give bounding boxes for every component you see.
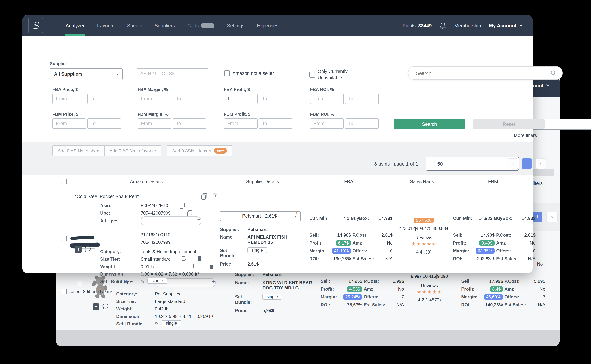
page-1-button[interactable]: 1 [522, 158, 532, 169]
copy-icon[interactable] [201, 193, 207, 200]
nav-item-analyzer[interactable]: Analyzer [66, 23, 85, 28]
row1-supplier-label: Supplier: [220, 227, 240, 232]
add-to-sheet-button[interactable]: Add 0 ASINs to sheet [53, 145, 106, 156]
fba-profit-to[interactable] [259, 94, 293, 104]
star-icon: ★ [422, 289, 426, 294]
row1-supplier-select[interactable]: Petsmart - 2.61$▾ [220, 211, 301, 221]
search-input[interactable] [415, 67, 548, 79]
row2-fbm-metrics: Sell:17,99$ P.Cost:5.99$ Profit:8,4$ Amz… [461, 279, 545, 307]
reset-button[interactable]: Reset [473, 119, 544, 129]
nav-item-favorite[interactable]: Favorite [97, 23, 114, 28]
nav-item-settings[interactable]: Settings [227, 23, 245, 28]
supplier-select[interactable]: All Suppliers▾ [50, 68, 123, 80]
row1-add-upc-button[interactable]: + [197, 216, 201, 223]
row1-checkbox[interactable] [61, 235, 67, 241]
bell-icon[interactable] [440, 22, 446, 29]
nav-item-carts[interactable]: Carts [187, 23, 215, 28]
nav-item-sheets[interactable]: Sheets [127, 23, 142, 28]
row1-fba-curmin: Cur. Min:No BuyBox:14,98$ [309, 216, 393, 221]
reviews-label: Reviews [392, 235, 456, 240]
star-icon: ★ [432, 289, 437, 294]
fba-price-from[interactable] [53, 94, 86, 104]
copy-icon[interactable] [194, 262, 198, 268]
desktop: My Account More filters 1 › No Alt Upc: … [0, 0, 591, 364]
fbm-price-to[interactable] [87, 118, 121, 129]
nav-item-expenses[interactable]: Expenses [257, 23, 278, 28]
edit-icon[interactable]: ✎ [155, 321, 159, 326]
row2-category-label: Category: [116, 291, 137, 297]
row1-size-tier-value: Small standard [141, 257, 171, 262]
rank-history: 8.997|10.416|9.290 [396, 274, 463, 279]
table-header: Amazon Details Supplier Details FBA Sale… [22, 175, 532, 189]
fbm-price-from[interactable] [53, 118, 86, 129]
fbm-roi-label: FBM ROI, % [310, 112, 335, 117]
search-icon[interactable] [551, 70, 557, 76]
select-all-checkbox[interactable] [61, 289, 67, 294]
amazon-not-seller-checkbox[interactable] [224, 70, 230, 76]
bulk-actions-toolbar: Add 0 ASINs to sheet Add 0 ASINs to favo… [22, 142, 532, 175]
col-fbm: FBM [484, 179, 503, 184]
fbm-profit-from[interactable] [224, 118, 258, 129]
fba-profit-from[interactable] [224, 94, 258, 104]
offers-link[interactable]: 0 [533, 248, 536, 254]
fbm-margin-from[interactable] [138, 118, 171, 129]
page-size-select[interactable]: 50▾ [426, 156, 519, 171]
star-icon: ★ [417, 289, 421, 294]
fba-price-to[interactable] [87, 94, 121, 104]
header-checkbox[interactable] [61, 179, 67, 184]
supplier-warning-icon[interactable]: ! [296, 210, 298, 216]
fbm-margin-to[interactable] [173, 118, 206, 129]
row1-alt-upc-input[interactable] [141, 216, 201, 225]
row2-weight-label: Weight: [116, 306, 133, 312]
row2-category-value: Pet Supplies [155, 291, 180, 297]
asin-upc-sku-input[interactable] [137, 68, 208, 79]
star-icon: ★ [427, 289, 431, 294]
reviews-label: Reviews [396, 283, 463, 288]
row1-weight-value: 0,01 lb [141, 264, 154, 269]
row2-add-upc-button[interactable]: + [211, 278, 215, 285]
nav-item-suppliers[interactable]: Suppliers [154, 23, 175, 28]
row2-checkbox[interactable] [77, 281, 82, 286]
row1-weight-label: Weight: [100, 264, 117, 269]
only-unavailable-checkbox[interactable] [309, 72, 315, 78]
trash-icon[interactable] [198, 256, 201, 261]
fbm-roi-to[interactable] [345, 118, 379, 129]
add-to-favorite-button[interactable]: Add 0 ASINs to favorite [104, 145, 161, 156]
offers-link[interactable]: 7 [543, 294, 545, 299]
prev-page-button[interactable]: ‹ [508, 159, 518, 169]
row1-expand-button[interactable]: + [75, 246, 82, 253]
row2-expand-button[interactable]: + [93, 303, 99, 310]
divider [453, 225, 536, 225]
trash-icon[interactable] [210, 264, 214, 268]
row2-set-bundle-label: Set | Bundle: [116, 321, 144, 326]
star-icon: ★ [427, 241, 431, 247]
row1-dimension-value: 0.98 × 4.02 × 7.52 = 0.030 ft³ [141, 272, 199, 277]
add-to-cart-button[interactable]: Add 0 ASINs to cartnew [167, 145, 232, 156]
star-rating: ★★★★★★ [417, 289, 442, 294]
row1-category-value: Tools & Home Improvement [141, 249, 196, 254]
bg-next-page-button[interactable]: › [547, 212, 557, 222]
fbm-roi-from[interactable] [310, 118, 344, 129]
star-icon: ★ [411, 241, 416, 247]
more-filters-link[interactable]: More filters [499, 133, 537, 138]
next-page-button[interactable]: › [536, 159, 546, 169]
bg-reset-button[interactable] [532, 169, 554, 176]
row1-asin-label: Asin: [100, 203, 111, 208]
fbm-profit-to[interactable] [259, 118, 293, 129]
nav-item-membership[interactable]: Membership [454, 23, 481, 28]
edit-icon[interactable]: ✎ [141, 279, 144, 284]
comment-icon[interactable] [102, 303, 109, 310]
copy-icon[interactable] [181, 255, 186, 261]
copy-icon[interactable] [180, 203, 185, 208]
comment-icon[interactable] [84, 245, 92, 253]
fba-margin-from[interactable] [138, 94, 171, 104]
favorite-star-icon[interactable]: ☆ [212, 192, 217, 198]
fba-margin-label: FBA Margin, % [138, 87, 168, 92]
search-button[interactable]: Search [394, 119, 465, 129]
copy-icon[interactable] [187, 210, 192, 216]
fba-margin-to[interactable] [173, 94, 206, 104]
fba-roi-from[interactable] [310, 94, 344, 104]
my-account-menu[interactable]: My Account [489, 23, 523, 28]
fba-roi-to[interactable] [345, 94, 379, 104]
row1-upc-label: Upc: [100, 210, 110, 216]
